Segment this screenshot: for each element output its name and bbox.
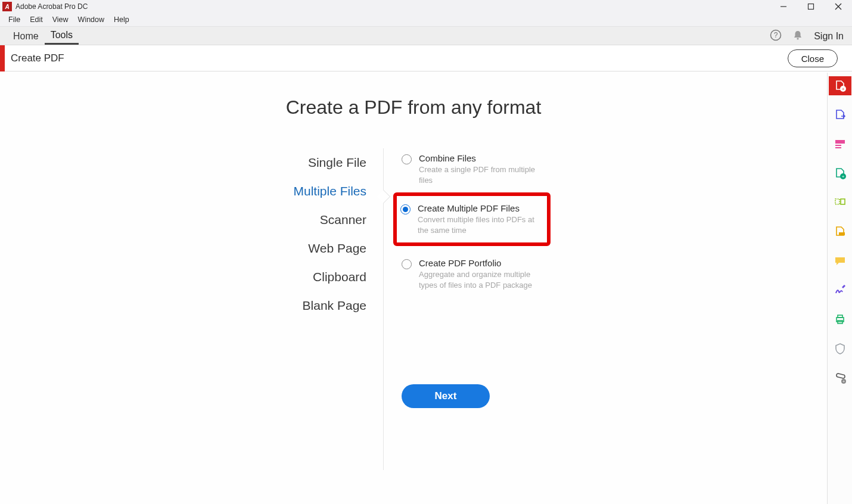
print-icon[interactable]: [829, 310, 851, 329]
source-clipboard[interactable]: Clipboard: [276, 263, 366, 291]
sign-icon[interactable]: [829, 281, 851, 300]
app-title: Adobe Acrobat Pro DC: [15, 2, 88, 11]
menu-window[interactable]: Window: [73, 14, 109, 25]
menu-file[interactable]: File: [4, 14, 25, 25]
comment-icon[interactable]: [829, 251, 851, 270]
main-content: Create a PDF from any format Single File…: [0, 73, 827, 504]
tab-home[interactable]: Home: [7, 28, 45, 44]
option-label: Combine Files: [419, 153, 544, 163]
source-list: Single File Multiple Files Scanner Web P…: [276, 148, 384, 470]
option-portfolio[interactable]: Create PDF Portfolio Aggregate and organ…: [402, 253, 551, 295]
right-tool-rail: + + +: [827, 73, 852, 504]
svg-text:+: +: [842, 379, 844, 384]
radio-combine-files[interactable]: [402, 154, 412, 164]
options-panel: Combine Files Create a single PDF from m…: [384, 148, 551, 470]
app-icon: A: [2, 2, 12, 11]
svg-rect-1: [809, 4, 814, 10]
svg-text:+: +: [841, 174, 844, 179]
create-pdf-icon[interactable]: +: [829, 76, 851, 95]
protect-icon[interactable]: [829, 339, 851, 358]
annotation-highlight: Create Multiple PDF Files Convert multip…: [393, 192, 551, 246]
radio-portfolio[interactable]: [402, 259, 412, 269]
svg-rect-9: [835, 140, 845, 144]
radio-create-multiple[interactable]: [400, 204, 411, 214]
menu-bar: File Edit View Window Help: [0, 13, 852, 26]
svg-rect-18: [838, 315, 842, 318]
sign-in-link[interactable]: Sign In: [814, 31, 844, 42]
svg-rect-14: [835, 199, 839, 204]
svg-text:+: +: [841, 86, 844, 92]
window-controls: [770, 0, 852, 13]
option-create-multiple[interactable]: Create Multiple PDF Files Convert multip…: [400, 198, 543, 240]
tool-header: Create PDF Close: [0, 45, 852, 71]
close-window-button[interactable]: [825, 0, 852, 13]
tool-title: Create PDF: [11, 52, 64, 64]
option-desc: Convert multiple files into PDFs at the …: [418, 214, 543, 235]
source-scanner[interactable]: Scanner: [276, 206, 366, 234]
menu-help[interactable]: Help: [109, 14, 134, 25]
redact-icon[interactable]: [829, 222, 851, 241]
option-combine-files[interactable]: Combine Files Create a single PDF from m…: [402, 148, 551, 190]
tool-close-button[interactable]: Close: [788, 49, 838, 67]
option-label: Create PDF Portfolio: [419, 258, 544, 268]
edit-pdf-icon[interactable]: [829, 135, 851, 154]
title-bar: A Adobe Acrobat Pro DC: [0, 0, 852, 13]
source-web-page[interactable]: Web Page: [276, 234, 366, 263]
option-desc: Create a single PDF from multiple files: [419, 164, 544, 185]
notifications-icon[interactable]: [792, 30, 803, 43]
source-multiple-files[interactable]: Multiple Files: [276, 177, 366, 206]
combine-icon[interactable]: +: [829, 164, 851, 183]
maximize-button[interactable]: [797, 0, 825, 13]
svg-text:?: ?: [774, 31, 778, 39]
next-button[interactable]: Next: [402, 384, 490, 408]
svg-rect-15: [841, 199, 845, 204]
svg-rect-11: [835, 147, 841, 148]
menu-view[interactable]: View: [48, 14, 73, 25]
option-label: Create Multiple PDF Files: [418, 203, 543, 213]
page-heading: Create a PDF from any format: [0, 97, 827, 119]
svg-point-6: [797, 38, 799, 39]
svg-rect-16: [839, 232, 845, 235]
option-desc: Aggregate and organize multiple types of…: [419, 269, 544, 290]
source-single-file[interactable]: Single File: [276, 148, 366, 177]
tool-accent-bar: [0, 45, 5, 71]
help-icon[interactable]: ?: [770, 29, 782, 43]
tab-row: Home Tools ? Sign In: [0, 26, 852, 45]
tab-tools[interactable]: Tools: [45, 27, 79, 45]
menu-edit[interactable]: Edit: [25, 14, 48, 25]
export-pdf-icon[interactable]: [829, 105, 851, 125]
minimize-button[interactable]: [770, 0, 797, 13]
organize-icon[interactable]: [829, 193, 851, 212]
svg-rect-10: [835, 145, 841, 146]
more-tools-icon[interactable]: +: [829, 368, 851, 387]
source-blank-page[interactable]: Blank Page: [276, 291, 366, 320]
